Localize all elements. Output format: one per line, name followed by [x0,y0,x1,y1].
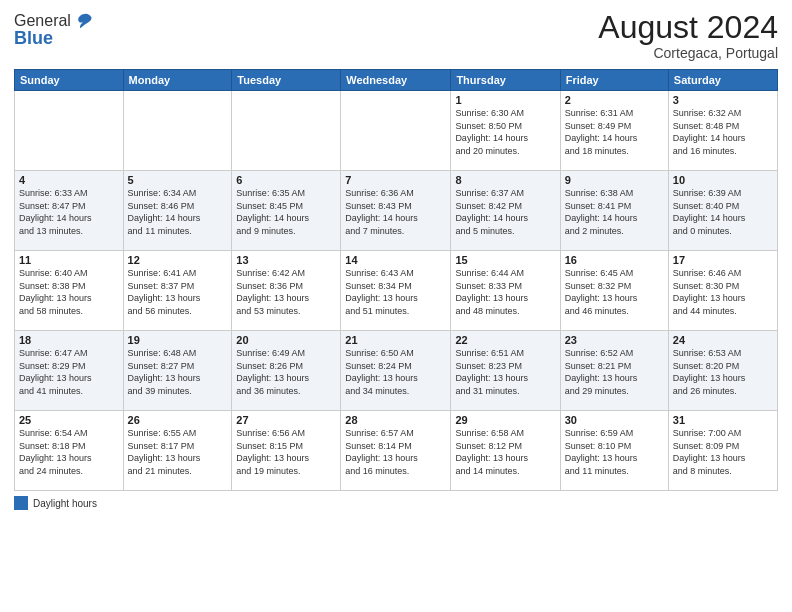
legend-label: Daylight hours [33,498,97,509]
day-info: Sunrise: 6:40 AM Sunset: 8:38 PM Dayligh… [19,267,119,317]
calendar-cell: 12Sunrise: 6:41 AM Sunset: 8:37 PM Dayli… [123,251,232,331]
day-info: Sunrise: 6:38 AM Sunset: 8:41 PM Dayligh… [565,187,664,237]
location: Cortegaca, Portugal [598,45,778,61]
day-number: 31 [673,414,773,426]
day-info: Sunrise: 7:00 AM Sunset: 8:09 PM Dayligh… [673,427,773,477]
calendar-cell: 13Sunrise: 6:42 AM Sunset: 8:36 PM Dayli… [232,251,341,331]
day-number: 11 [19,254,119,266]
calendar-cell: 2Sunrise: 6:31 AM Sunset: 8:49 PM Daylig… [560,91,668,171]
month-title: August 2024 [598,10,778,45]
day-number: 6 [236,174,336,186]
day-number: 17 [673,254,773,266]
day-info: Sunrise: 6:56 AM Sunset: 8:15 PM Dayligh… [236,427,336,477]
calendar-cell [232,91,341,171]
day-number: 13 [236,254,336,266]
day-info: Sunrise: 6:47 AM Sunset: 8:29 PM Dayligh… [19,347,119,397]
day-number: 20 [236,334,336,346]
day-info: Sunrise: 6:45 AM Sunset: 8:32 PM Dayligh… [565,267,664,317]
calendar-cell: 29Sunrise: 6:58 AM Sunset: 8:12 PM Dayli… [451,411,560,491]
day-number: 27 [236,414,336,426]
calendar-cell: 30Sunrise: 6:59 AM Sunset: 8:10 PM Dayli… [560,411,668,491]
day-number: 23 [565,334,664,346]
calendar-cell: 7Sunrise: 6:36 AM Sunset: 8:43 PM Daylig… [341,171,451,251]
calendar-cell: 24Sunrise: 6:53 AM Sunset: 8:20 PM Dayli… [668,331,777,411]
page: General Blue August 2024 Cortegaca, Port… [0,0,792,612]
day-number: 28 [345,414,446,426]
day-number: 3 [673,94,773,106]
day-info: Sunrise: 6:31 AM Sunset: 8:49 PM Dayligh… [565,107,664,157]
calendar-cell: 9Sunrise: 6:38 AM Sunset: 8:41 PM Daylig… [560,171,668,251]
day-info: Sunrise: 6:33 AM Sunset: 8:47 PM Dayligh… [19,187,119,237]
day-info: Sunrise: 6:55 AM Sunset: 8:17 PM Dayligh… [128,427,228,477]
col-sunday: Sunday [15,70,124,91]
day-info: Sunrise: 6:43 AM Sunset: 8:34 PM Dayligh… [345,267,446,317]
legend-color-box [14,496,28,510]
day-info: Sunrise: 6:36 AM Sunset: 8:43 PM Dayligh… [345,187,446,237]
calendar-cell: 19Sunrise: 6:48 AM Sunset: 8:27 PM Dayli… [123,331,232,411]
legend: Daylight hours [14,496,778,510]
calendar-header-row: Sunday Monday Tuesday Wednesday Thursday… [15,70,778,91]
day-info: Sunrise: 6:58 AM Sunset: 8:12 PM Dayligh… [455,427,555,477]
day-number: 21 [345,334,446,346]
calendar-cell [15,91,124,171]
day-info: Sunrise: 6:41 AM Sunset: 8:37 PM Dayligh… [128,267,228,317]
day-number: 22 [455,334,555,346]
day-info: Sunrise: 6:35 AM Sunset: 8:45 PM Dayligh… [236,187,336,237]
day-info: Sunrise: 6:59 AM Sunset: 8:10 PM Dayligh… [565,427,664,477]
calendar-week-4: 18Sunrise: 6:47 AM Sunset: 8:29 PM Dayli… [15,331,778,411]
calendar-cell: 15Sunrise: 6:44 AM Sunset: 8:33 PM Dayli… [451,251,560,331]
calendar-cell [341,91,451,171]
logo-bird-icon [73,10,95,32]
calendar-cell: 26Sunrise: 6:55 AM Sunset: 8:17 PM Dayli… [123,411,232,491]
day-number: 26 [128,414,228,426]
calendar-cell: 28Sunrise: 6:57 AM Sunset: 8:14 PM Dayli… [341,411,451,491]
calendar-cell: 14Sunrise: 6:43 AM Sunset: 8:34 PM Dayli… [341,251,451,331]
day-number: 12 [128,254,228,266]
day-info: Sunrise: 6:46 AM Sunset: 8:30 PM Dayligh… [673,267,773,317]
calendar-cell: 18Sunrise: 6:47 AM Sunset: 8:29 PM Dayli… [15,331,124,411]
day-info: Sunrise: 6:49 AM Sunset: 8:26 PM Dayligh… [236,347,336,397]
day-number: 10 [673,174,773,186]
calendar-cell: 8Sunrise: 6:37 AM Sunset: 8:42 PM Daylig… [451,171,560,251]
calendar-cell: 1Sunrise: 6:30 AM Sunset: 8:50 PM Daylig… [451,91,560,171]
day-info: Sunrise: 6:48 AM Sunset: 8:27 PM Dayligh… [128,347,228,397]
day-number: 25 [19,414,119,426]
calendar-cell: 6Sunrise: 6:35 AM Sunset: 8:45 PM Daylig… [232,171,341,251]
day-info: Sunrise: 6:37 AM Sunset: 8:42 PM Dayligh… [455,187,555,237]
col-thursday: Thursday [451,70,560,91]
day-number: 14 [345,254,446,266]
day-info: Sunrise: 6:42 AM Sunset: 8:36 PM Dayligh… [236,267,336,317]
day-number: 2 [565,94,664,106]
day-info: Sunrise: 6:54 AM Sunset: 8:18 PM Dayligh… [19,427,119,477]
day-number: 7 [345,174,446,186]
day-info: Sunrise: 6:44 AM Sunset: 8:33 PM Dayligh… [455,267,555,317]
calendar-cell: 4Sunrise: 6:33 AM Sunset: 8:47 PM Daylig… [15,171,124,251]
day-number: 4 [19,174,119,186]
day-number: 15 [455,254,555,266]
col-saturday: Saturday [668,70,777,91]
calendar-cell: 17Sunrise: 6:46 AM Sunset: 8:30 PM Dayli… [668,251,777,331]
calendar-cell: 23Sunrise: 6:52 AM Sunset: 8:21 PM Dayli… [560,331,668,411]
col-tuesday: Tuesday [232,70,341,91]
calendar-cell: 3Sunrise: 6:32 AM Sunset: 8:48 PM Daylig… [668,91,777,171]
calendar-week-5: 25Sunrise: 6:54 AM Sunset: 8:18 PM Dayli… [15,411,778,491]
calendar-cell [123,91,232,171]
col-wednesday: Wednesday [341,70,451,91]
calendar-cell: 31Sunrise: 7:00 AM Sunset: 8:09 PM Dayli… [668,411,777,491]
day-number: 5 [128,174,228,186]
calendar-cell: 11Sunrise: 6:40 AM Sunset: 8:38 PM Dayli… [15,251,124,331]
calendar-week-1: 1Sunrise: 6:30 AM Sunset: 8:50 PM Daylig… [15,91,778,171]
day-number: 19 [128,334,228,346]
title-block: August 2024 Cortegaca, Portugal [598,10,778,61]
day-number: 29 [455,414,555,426]
day-number: 30 [565,414,664,426]
day-number: 24 [673,334,773,346]
day-info: Sunrise: 6:51 AM Sunset: 8:23 PM Dayligh… [455,347,555,397]
day-info: Sunrise: 6:53 AM Sunset: 8:20 PM Dayligh… [673,347,773,397]
calendar-cell: 10Sunrise: 6:39 AM Sunset: 8:40 PM Dayli… [668,171,777,251]
header: General Blue August 2024 Cortegaca, Port… [14,10,778,61]
day-number: 16 [565,254,664,266]
col-friday: Friday [560,70,668,91]
calendar-cell: 22Sunrise: 6:51 AM Sunset: 8:23 PM Dayli… [451,331,560,411]
day-number: 18 [19,334,119,346]
